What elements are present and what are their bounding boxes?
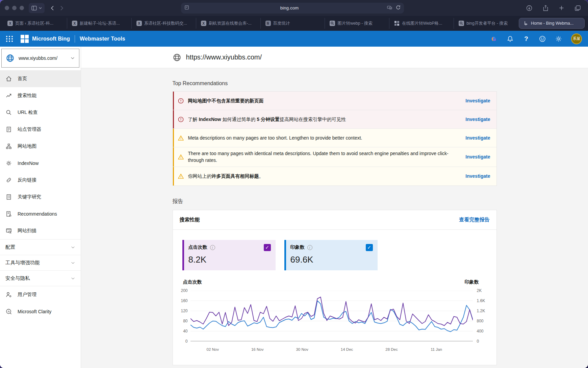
chevron-down-icon (39, 7, 42, 9)
investigate-link[interactable]: Investigate (465, 135, 490, 141)
sidebar-item-gear[interactable]: IndexNow (0, 155, 81, 172)
settings-gear-icon[interactable] (555, 35, 562, 43)
investigate-link[interactable]: Investigate (465, 117, 490, 122)
tab[interactable]: 图片转webp - 搜索 (326, 18, 389, 29)
baidu-favicon: 百 (265, 21, 271, 26)
sidebar-item-trend[interactable]: 搜索性能 (0, 87, 81, 104)
reports-title: 报告 (173, 198, 497, 205)
x-axis-tick: 14 Dec (341, 347, 353, 351)
info-icon[interactable]: i (210, 245, 215, 250)
sidebar-section[interactable]: 配置 (0, 239, 81, 255)
tab[interactable]: X页面 ‹ 系语社区-科... (3, 18, 67, 29)
right-axis-tick: 1.2K (477, 309, 485, 313)
x-axis-tick: 16 Nov (251, 347, 263, 351)
new-tab-button[interactable] (556, 3, 567, 13)
reader-icon[interactable] (184, 5, 189, 11)
chart-right-axis-title: 印象数 (465, 279, 479, 285)
tab-active[interactable]: Home - Bing Webma... (519, 18, 585, 29)
content-scroll[interactable]: Top Recommendations 网站地图中不包含某些重要的新页面Inve… (81, 68, 588, 368)
investigate-link[interactable]: Investigate (465, 173, 490, 179)
help-icon[interactable]: ? (522, 35, 530, 43)
share-button[interactable] (540, 3, 551, 13)
tab[interactable]: 在线图片转WebP格... (390, 18, 454, 29)
x-axis-tick: 11 Jan (431, 347, 442, 351)
sidebar-item-label: Microsoft Clarity (18, 309, 51, 314)
search-performance-title: 搜索性能 (180, 217, 200, 223)
tab[interactable]: X新建帖子-论坛-系语... (68, 18, 132, 29)
brand-title: Microsoft Bing (32, 36, 70, 42)
notifications-bell-icon[interactable] (506, 35, 514, 43)
waffle-icon[interactable] (6, 36, 13, 42)
back-button[interactable] (48, 3, 56, 13)
clicks-metric-value: 8.2K (188, 254, 271, 265)
investigate-link[interactable]: Investigate (465, 154, 490, 160)
minimize-window-button[interactable] (12, 6, 17, 10)
tab-overview-button[interactable] (572, 3, 583, 13)
recommendation-row-warning: 你网站上的许多页面具有相同标题。Investigate (173, 167, 496, 186)
impressions-checkbox[interactable]: ✓ (366, 244, 373, 251)
reload-icon[interactable] (396, 5, 401, 11)
sidebar-item-home[interactable]: 首页 (0, 70, 81, 87)
chart-x-axis: 02 Nov16 Nov30 Nov14 Dec28 Dec11 Jan (190, 345, 475, 355)
warning-icon (178, 135, 184, 141)
tab-title: 新建帖子-论坛-系语... (80, 21, 120, 26)
sidebar-item-label: 反向链接 (18, 177, 36, 183)
forward-button[interactable] (58, 3, 66, 13)
tab-title: bing开发者平台 - 搜索 (466, 21, 508, 26)
close-window-button[interactable] (5, 6, 9, 10)
clicks-metric-label: 点击次数 (188, 244, 207, 250)
info-icon[interactable]: i (307, 245, 312, 250)
avatar[interactable]: 系屋 (571, 33, 582, 44)
sidebar-item-sitemap[interactable]: 网站地图 (0, 138, 81, 155)
copilot-icon[interactable] (490, 35, 497, 43)
tab-title: 系语社区-科技数码交... (144, 21, 187, 26)
product-title: Webmaster Tools (80, 36, 125, 42)
sidebar-toggle-button[interactable] (29, 3, 45, 13)
left-axis-tick: 160 (181, 298, 187, 303)
right-axis-tick: 0 (477, 339, 479, 344)
tab[interactable]: X系语社区-科技数码交... (132, 18, 196, 29)
sidebar-item-doclist[interactable]: 关键字研究 (0, 189, 81, 205)
sidebar-item-usergear[interactable]: 用户管理 (0, 286, 81, 303)
downloads-button[interactable] (523, 3, 535, 13)
view-full-report-link[interactable]: 查看完整报告 (459, 217, 490, 223)
site-url: https://www.xiyubbs.com/ (186, 53, 262, 61)
permissions-icon[interactable] (387, 5, 392, 11)
tab-strip: X页面 ‹ 系语社区-科...X新建帖子-论坛-系语...X系语社区-科技数码交… (0, 16, 588, 31)
clicks-checkbox[interactable]: ✓ (264, 244, 271, 251)
browser-window: bing.com X页面 ‹ 系语社区-科...X新建帖子-论坛-系语...X系… (0, 0, 588, 368)
tab-title: Home - Bing Webma... (531, 21, 573, 26)
url-bar[interactable]: bing.com (181, 3, 404, 14)
recommendation-row-error: 了解 IndexNow 如何通过简单的 5 分钟设置提高网站在搜索引擎中的可见性… (173, 110, 496, 129)
impressions-metric-label: 印象数 (290, 244, 305, 250)
sidebar-section[interactable]: 安全与隐私 (0, 270, 81, 286)
sitemap-icon (5, 143, 12, 150)
tab[interactable]: bing开发者平台 - 搜索 (455, 18, 518, 29)
tab-title: 百度统计 (273, 21, 290, 26)
sidebar-item-link[interactable]: 反向链接 (0, 172, 81, 189)
sidebar-item-clarity[interactable]: Microsoft Clarity (0, 303, 81, 320)
sidebar-item-doc[interactable]: 站点管理器 (0, 121, 81, 138)
site-selector[interactable]: www.xiyubbs.com/ (1, 49, 79, 68)
feedback-smiley-icon[interactable] (539, 35, 546, 43)
chart-plot-area[interactable] (190, 291, 473, 341)
sidebar-item-label: URL 检查 (18, 109, 37, 116)
site-selector-value: www.xiyubbs.com/ (19, 55, 66, 61)
sidebar-item-search[interactable]: URL 检查 (0, 104, 81, 121)
traffic-lights[interactable] (5, 6, 24, 10)
globe-icon (173, 53, 181, 62)
tab[interactable]: 百百度统计 (261, 18, 325, 29)
left-axis-tick: 0 (185, 339, 188, 344)
clicks-metric-tile[interactable]: 点击次数 i ✓ 8.2K (182, 240, 276, 270)
sidebar-item-docalert[interactable]: Recommendations (0, 205, 81, 222)
investigate-link[interactable]: Investigate (465, 98, 490, 103)
sidebar-section[interactable]: 工具与增强功能 (0, 255, 81, 270)
main-content: https://www.xiyubbs.com/ Top Recommendat… (81, 47, 588, 368)
tab-title: 在线图片转WebP格... (402, 21, 442, 26)
microsoft-logo-icon (21, 35, 29, 43)
tab[interactable]: X刷机资源在线整合库-... (197, 18, 261, 29)
error-icon (178, 116, 184, 123)
sidebar-item-scan[interactable]: 网站扫描 (0, 222, 81, 239)
impressions-metric-tile[interactable]: 印象数 i ✓ 69.6K (284, 240, 378, 270)
zoom-window-button[interactable] (20, 6, 24, 10)
